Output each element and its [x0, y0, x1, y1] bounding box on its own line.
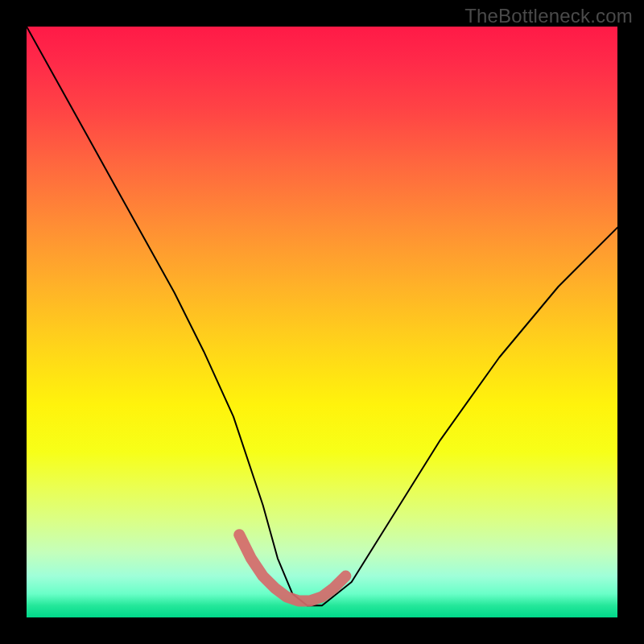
watermark-text: TheBottleneck.com: [464, 5, 633, 27]
highlight-band-path: [239, 535, 345, 601]
curve-layer: [27, 27, 617, 617]
chart-frame: TheBottleneck.com: [0, 0, 644, 644]
plot-area: [27, 27, 617, 617]
bottleneck-curve-path: [27, 27, 617, 605]
